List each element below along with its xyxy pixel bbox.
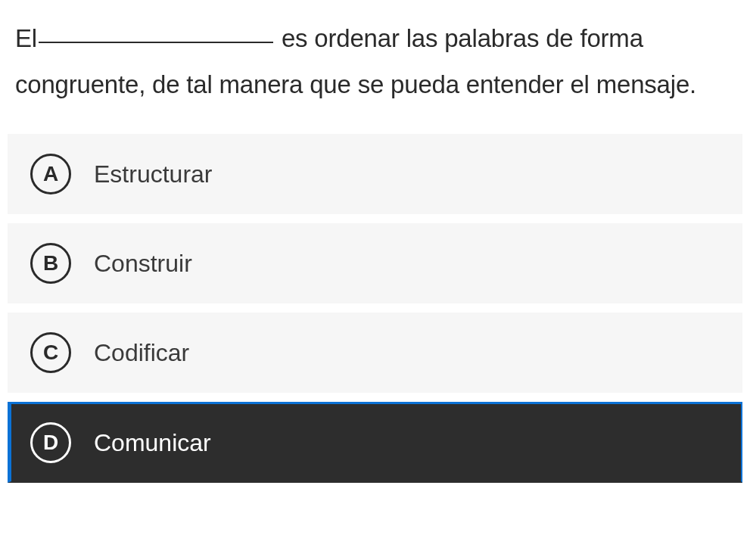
fill-blank bbox=[39, 42, 273, 43]
quiz-container: El es ordenar las palabras de forma cong… bbox=[0, 0, 750, 483]
option-d[interactable]: D Comunicar bbox=[8, 402, 742, 483]
option-b[interactable]: B Construir bbox=[8, 223, 742, 303]
option-label: Construir bbox=[94, 250, 192, 278]
option-letter: A bbox=[30, 154, 71, 194]
option-label: Estructurar bbox=[94, 160, 212, 188]
question-suffix: es ordenar las palabras de forma congrue… bbox=[15, 24, 696, 98]
options-list: A Estructurar B Construir C Codificar D … bbox=[8, 134, 742, 483]
option-label: Codificar bbox=[94, 339, 189, 367]
option-letter: C bbox=[30, 332, 71, 373]
option-a[interactable]: A Estructurar bbox=[8, 134, 742, 214]
option-letter: D bbox=[30, 422, 71, 463]
option-letter: B bbox=[30, 243, 71, 284]
question-prefix: El bbox=[15, 24, 37, 52]
option-c[interactable]: C Codificar bbox=[8, 313, 742, 393]
question-text: El es ordenar las palabras de forma cong… bbox=[15, 15, 742, 107]
option-label: Comunicar bbox=[94, 429, 211, 457]
